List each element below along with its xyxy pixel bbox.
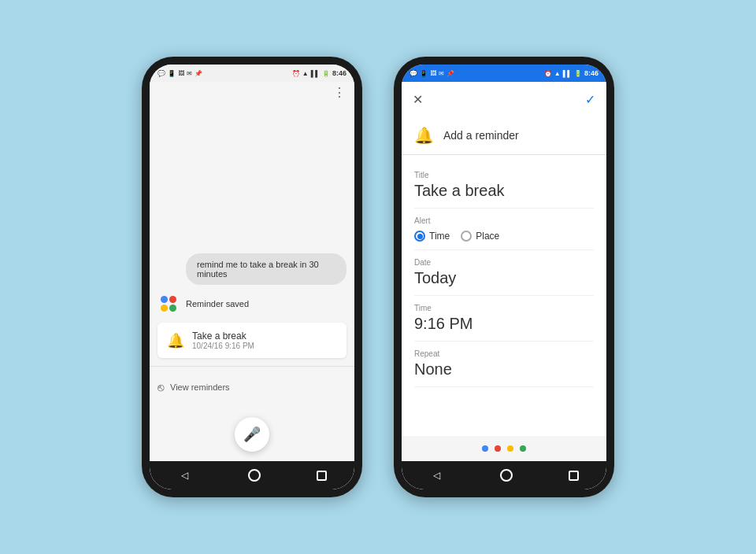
wifi-icon: ▲ [302, 70, 309, 77]
image-icon: 🖼 [178, 70, 184, 77]
app-header: 🔔 Add a reminder [402, 116, 606, 155]
time-radio-label: Time [429, 231, 450, 242]
place-radio-button[interactable] [461, 231, 472, 242]
place-radio-label: Place [476, 231, 499, 242]
phone-1: 💬 📱 🖼 ✉ 📌 ⏰ ▲ ▌▌ 🔋 8:46 ⋮ re [142, 57, 362, 497]
chat-icon-2: 💬 [410, 70, 417, 77]
nav-bar-1: ◁ [150, 461, 354, 489]
title-group: Title Take a break [414, 163, 594, 209]
title-value[interactable]: Take a break [414, 182, 594, 200]
repeat-value[interactable]: None [414, 360, 594, 379]
date-group: Date Today [414, 250, 594, 296]
google-dot-yellow [161, 305, 168, 312]
status-bar-1: 💬 📱 🖼 ✉ 📌 ⏰ ▲ ▌▌ 🔋 8:46 [150, 65, 354, 82]
alert-label: Alert [414, 216, 499, 225]
whatsapp-icon-2: 📱 [420, 70, 428, 77]
nav-back-button-2[interactable]: ◁ [430, 468, 444, 482]
nav-back-button[interactable]: ◁ [178, 468, 192, 482]
assistant-response: Reminder saved [158, 293, 346, 315]
check-button[interactable]: ✓ [585, 92, 595, 107]
google-dot-red [169, 296, 176, 303]
battery-icon: 🔋 [322, 70, 330, 77]
phone-2: 💬 📱 🖼 ✉ 📌 ⏰ ▲ ▌▌ 🔋 8:46 ✕ ✓ 🔔 Add a remi… [394, 57, 614, 497]
time-2: 8:46 [584, 69, 598, 77]
alarm-icon-2: ⏰ [544, 70, 552, 77]
time-radio-inner [417, 234, 423, 239]
mail-icon-2: ✉ [439, 70, 444, 77]
repeat-group: Repeat None [414, 342, 594, 387]
divider-1 [150, 366, 354, 367]
reminder-app-icon: 🔔 [414, 126, 434, 145]
google-dots [161, 296, 176, 312]
alarm-icon: ⏰ [292, 70, 300, 77]
mic-button[interactable]: 🎤 [235, 417, 269, 452]
date-value[interactable]: Today [414, 269, 594, 287]
nav-home-button-2[interactable] [500, 469, 513, 482]
app-toolbar: ✕ ✓ [402, 82, 606, 116]
signal-icon: ▌▌ [311, 70, 320, 77]
pin-icon: 📌 [195, 70, 202, 77]
status-bar-2: 💬 📱 🖼 ✉ 📌 ⏰ ▲ ▌▌ 🔋 8:46 [402, 65, 606, 82]
user-message-text: remind me to take a break in 30 minutes [197, 260, 319, 279]
time-group: Time 9:16 PM [414, 296, 594, 342]
google-assistant-logo [158, 293, 180, 315]
view-reminders-icon: ⎋ [158, 381, 164, 393]
view-reminders-text: View reminders [170, 382, 230, 392]
view-reminders-row[interactable]: ⎋ View reminders [158, 375, 346, 400]
reminder-card-datetime: 10/24/16 9:16 PM [192, 342, 254, 350]
reminder-card-title: Take a break [192, 331, 254, 342]
whatsapp-icon: 📱 [168, 70, 176, 77]
signal-icon-2: ▌▌ [563, 70, 572, 77]
close-button[interactable]: ✕ [413, 92, 423, 107]
reminder-bell-icon: 🔔 [167, 332, 184, 349]
time-radio-button[interactable] [414, 231, 425, 242]
reminder-card[interactable]: 🔔 Take a break 10/24/16 9:16 PM [158, 323, 346, 358]
status-icons-left-2: 💬 📱 🖼 ✉ 📌 [410, 70, 454, 77]
mail-icon: ✉ [187, 70, 192, 77]
assistant-content: remind me to take a break in 30 minutes … [150, 104, 354, 408]
phone-2-screen: 💬 📱 🖼 ✉ 📌 ⏰ ▲ ▌▌ 🔋 8:46 ✕ ✓ 🔔 Add a remi… [402, 65, 606, 489]
place-radio-option[interactable]: Place [461, 231, 499, 242]
top-bar: ⋮ [150, 82, 354, 104]
time-radio-option[interactable]: Time [414, 231, 450, 242]
image-icon-2: 🖼 [430, 70, 436, 77]
user-message-bubble: remind me to take a break in 30 minutes [186, 253, 346, 285]
pin-icon-2: 📌 [447, 70, 454, 77]
reminder-saved-text: Reminder saved [186, 299, 249, 308]
repeat-label: Repeat [414, 349, 594, 358]
assistant-screen: ⋮ remind me to take a break in 30 minute… [150, 82, 354, 461]
add-reminder-title: Add a reminder [443, 129, 519, 142]
google-dot-blue [161, 296, 168, 303]
time-value[interactable]: 9:16 PM [414, 315, 594, 333]
status-icons-right-2: ⏰ ▲ ▌▌ 🔋 8:46 [544, 69, 598, 77]
dots-indicator [402, 436, 606, 461]
nav-recents-button-2[interactable] [569, 471, 579, 481]
dot-green [520, 445, 526, 452]
nav-home-button[interactable] [248, 469, 261, 482]
reminder-form: Title Take a break Alert Time [402, 155, 606, 436]
dot-blue [482, 445, 488, 452]
reminder-info: Take a break 10/24/16 9:16 PM [192, 331, 254, 350]
google-dot-green [169, 305, 176, 312]
phone-1-screen: 💬 📱 🖼 ✉ 📌 ⏰ ▲ ▌▌ 🔋 8:46 ⋮ re [150, 65, 354, 489]
date-label: Date [414, 258, 594, 267]
chat-icon: 💬 [158, 70, 165, 77]
dot-yellow [507, 445, 513, 452]
title-label: Title [414, 171, 594, 179]
nav-recents-button[interactable] [317, 471, 327, 481]
nav-bar-2: ◁ [402, 461, 606, 489]
time-label: Time [414, 304, 594, 312]
more-menu-icon[interactable]: ⋮ [333, 87, 346, 99]
mic-area: 🎤 [150, 408, 354, 461]
dot-red [495, 445, 501, 452]
status-icons-left: 💬 📱 🖼 ✉ 📌 [158, 70, 202, 77]
alert-group: Alert Time Place [414, 209, 594, 250]
status-icons-right: ⏰ ▲ ▌▌ 🔋 8:46 [292, 69, 346, 77]
battery-icon-2: 🔋 [574, 70, 582, 77]
time-1: 8:46 [332, 69, 346, 77]
wifi-icon-2: ▲ [554, 70, 561, 77]
